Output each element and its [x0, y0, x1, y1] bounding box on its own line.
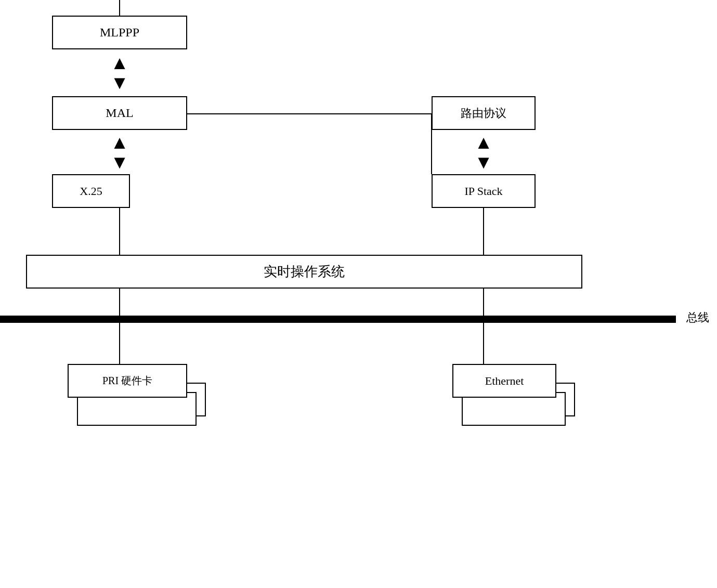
ip-rtos-connector: [483, 208, 484, 255]
rtos-bus-connector-right: [483, 289, 484, 317]
mal-ipstack-connector-h: [187, 113, 432, 114]
rtos-bus-connector: [119, 289, 120, 317]
x25-rtos-connector: [119, 208, 120, 255]
bus-pri-connector: [119, 323, 120, 364]
arrow-routing-ip: ▲ ▼: [473, 130, 494, 174]
bus-eth-connector: [483, 323, 484, 364]
mlppp-box: MLPPP: [52, 16, 187, 49]
ipstack-box: IP Stack: [432, 174, 536, 208]
mal-ipstack-connector-v: [431, 113, 432, 174]
routing-box: 路由协议: [432, 96, 536, 130]
mal-box: MAL: [52, 96, 187, 130]
pri-card-box: PRI 硬件卡: [68, 364, 187, 398]
rtos-box: 实时操作系统: [26, 255, 582, 289]
diagram: MLPPP ▲ ▼ MAL ▲ ▼ X.25 路由协议 ▲ ▼ IP Stack: [0, 0, 717, 588]
x25-box: X.25: [52, 174, 130, 208]
arrow-mal-x25: ▲ ▼: [109, 130, 130, 174]
mlppp-top-connector: [119, 0, 120, 16]
bus-bar: [0, 316, 676, 323]
arrow-mlppp-mal: ▲ ▼: [109, 49, 130, 96]
bus-label: 总线: [686, 310, 709, 325]
eth-card-box: Ethernet: [452, 364, 556, 398]
